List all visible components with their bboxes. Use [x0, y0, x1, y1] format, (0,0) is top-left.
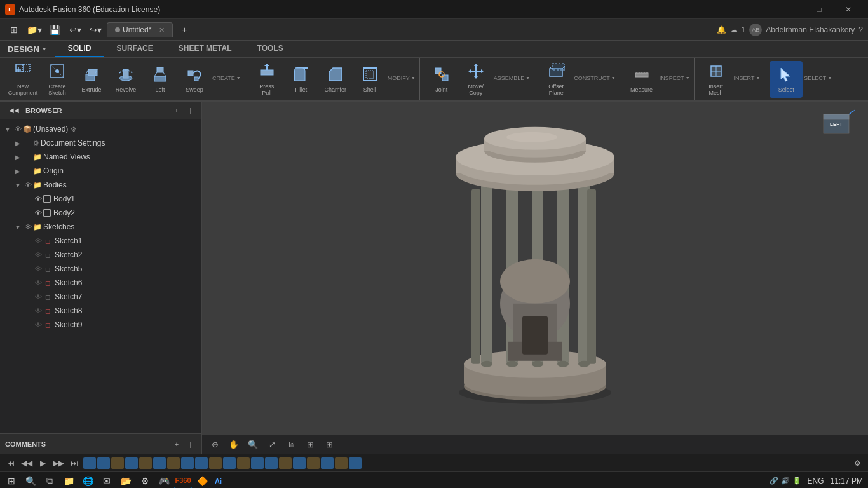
timeline-marker-7[interactable]: [167, 458, 180, 469]
measure-button[interactable]: Measure: [625, 61, 658, 98]
browser-collapse-button[interactable]: ◀◀: [5, 102, 23, 119]
timeline-marker-9[interactable]: [195, 458, 208, 469]
root-settings-icon[interactable]: ⚙: [71, 126, 76, 133]
tree-body1-item[interactable]: 👁 Body1: [0, 192, 201, 206]
comments-add-button[interactable]: +: [171, 438, 182, 450]
browser-pin-button[interactable]: |: [185, 105, 196, 116]
zoom-fit-button[interactable]: ⤢: [264, 437, 280, 452]
sweep-button[interactable]: Sweep: [178, 61, 211, 98]
construct-group-dropdown[interactable]: CONSTRUCT ▼: [574, 75, 615, 81]
timeline-marker-17[interactable]: [307, 458, 320, 469]
apps-grid-button[interactable]: ⊞: [5, 21, 23, 39]
tab-sheet-metal[interactable]: SHEET METAL: [166, 41, 245, 57]
insert-group-dropdown[interactable]: INSERT ▼: [734, 75, 761, 81]
move-copy-button[interactable]: Move/Copy: [459, 61, 492, 98]
timeline-marker-1[interactable]: [83, 458, 96, 469]
timeline-end-button[interactable]: ⏭: [67, 456, 81, 470]
taskbar-app-2[interactable]: 🌐: [79, 473, 97, 489]
orbit-button[interactable]: ⊕: [207, 437, 222, 452]
sketch2-visibility-eye[interactable]: 👁: [33, 250, 43, 260]
taskbar-fusion360[interactable]: F360: [174, 473, 192, 489]
model-area[interactable]: [202, 102, 868, 454]
modify-group-dropdown[interactable]: MODIFY ▼: [388, 75, 416, 81]
sketch6-visibility-eye[interactable]: 👁: [33, 278, 43, 288]
revolve-button[interactable]: Revolve: [109, 61, 142, 98]
root-visibility-eye[interactable]: 👁: [13, 124, 23, 134]
timeline-marker-18[interactable]: [321, 458, 334, 469]
doc-settings-toggle[interactable]: ▶: [13, 138, 23, 148]
create-sketch-button[interactable]: CreateSketch: [41, 61, 74, 98]
sketch7-visibility-eye[interactable]: 👁: [33, 292, 43, 302]
taskbar-app-7[interactable]: 🔶: [193, 473, 211, 489]
timeline-settings-button[interactable]: ⚙: [850, 456, 864, 470]
help-icon[interactable]: ?: [858, 25, 863, 34]
minimize-button[interactable]: —: [775, 0, 804, 19]
timeline-marker-12[interactable]: [237, 458, 250, 469]
timeline-play-button[interactable]: ▶: [36, 456, 50, 470]
3d-viewport[interactable]: LEFT Z: [202, 102, 868, 454]
sketches-visibility-eye[interactable]: 👁: [23, 222, 33, 232]
tree-sketch6-item[interactable]: 👁 ◻ Sketch6: [0, 276, 201, 290]
select-button[interactable]: Select: [770, 61, 803, 98]
tab-surface[interactable]: SURFACE: [104, 41, 165, 57]
press-pull-button[interactable]: PressPull: [250, 61, 283, 98]
joint-button[interactable]: Joint: [425, 61, 458, 98]
select-group-dropdown[interactable]: SELECT ▼: [804, 75, 832, 81]
assemble-group-dropdown[interactable]: ASSEMBLE ▼: [494, 75, 530, 81]
timeline-rewind-button[interactable]: ⏮: [4, 456, 18, 470]
chamfer-button[interactable]: Chamfer: [319, 61, 352, 98]
insert-mesh-button[interactable]: InsertMesh: [700, 61, 733, 98]
search-taskbar-button[interactable]: 🔍: [22, 473, 39, 489]
timeline-marker-20[interactable]: [349, 458, 362, 469]
timeline-marker-14[interactable]: [265, 458, 278, 469]
grid-snap-button[interactable]: ⊞: [322, 437, 337, 452]
fillet-button[interactable]: Fillet: [285, 61, 318, 98]
timeline-prev-button[interactable]: ◀◀: [20, 456, 34, 470]
timeline-marker-4[interactable]: [125, 458, 138, 469]
close-button[interactable]: ✕: [834, 0, 863, 19]
timeline-marker-11[interactable]: [223, 458, 236, 469]
timeline-marker-5[interactable]: [139, 458, 152, 469]
timeline-marker-2[interactable]: [97, 458, 110, 469]
browser-add-button[interactable]: +: [171, 105, 182, 116]
file-menu-button[interactable]: 📁▾: [25, 21, 43, 39]
timeline-marker-19[interactable]: [335, 458, 348, 469]
new-component-button[interactable]: NewComponent: [6, 61, 39, 98]
tree-sketch9-item[interactable]: 👁 ◻ Sketch9: [0, 318, 201, 332]
timeline-marker-13[interactable]: [251, 458, 264, 469]
timeline-next-button[interactable]: ▶▶: [51, 456, 65, 470]
offset-plane-button[interactable]: OffsetPlane: [539, 61, 573, 98]
tree-sketch8-item[interactable]: 👁 ◻ Sketch8: [0, 304, 201, 318]
help-button[interactable]: 🔔: [717, 25, 726, 34]
windows-start-button[interactable]: ⊞: [3, 473, 20, 489]
tab-close-button[interactable]: ✕: [159, 26, 165, 34]
tab-tools[interactable]: TOOLS: [245, 41, 296, 57]
extrude-button[interactable]: Extrude: [75, 61, 108, 98]
bodies-toggle[interactable]: ▼: [13, 180, 23, 190]
sketches-toggle[interactable]: ▼: [13, 222, 23, 232]
tree-named-views-item[interactable]: ▶ 📁 Named Views: [0, 150, 201, 164]
timeline-marker-8[interactable]: [181, 458, 194, 469]
tree-bodies-item[interactable]: ▼ 👁 📁 Bodies: [0, 178, 201, 192]
zoom-button[interactable]: 🔍: [245, 437, 261, 452]
timeline-marker-10[interactable]: [209, 458, 222, 469]
maximize-button[interactable]: □: [804, 0, 834, 19]
pan-button[interactable]: ✋: [226, 437, 241, 452]
tree-origin-item[interactable]: ▶ 📁 Origin: [0, 164, 201, 178]
timeline-marker-3[interactable]: [111, 458, 124, 469]
document-tab[interactable]: Untitled* ✕: [107, 22, 173, 37]
grid-display-button[interactable]: ⊞: [302, 437, 318, 452]
taskbar-app-5[interactable]: ⚙: [136, 473, 154, 489]
named-views-toggle[interactable]: ▶: [13, 152, 23, 162]
taskbar-app-6[interactable]: 🎮: [155, 473, 173, 489]
tree-root-item[interactable]: ▼ 👁 📦 (Unsaved) ⚙: [0, 122, 201, 136]
comments-pin-button[interactable]: |: [185, 438, 196, 450]
tree-body2-item[interactable]: 👁 Body2: [0, 206, 201, 220]
redo-button[interactable]: ↪▾: [86, 21, 104, 39]
language-indicator[interactable]: ENG: [804, 477, 828, 485]
task-view-button[interactable]: ⧉: [41, 473, 58, 489]
root-toggle[interactable]: ▼: [3, 124, 13, 134]
shell-button[interactable]: Shell: [353, 61, 386, 98]
timeline-marker-6[interactable]: [153, 458, 166, 469]
tree-sketch5-item[interactable]: 👁 ◻ Sketch5: [0, 262, 201, 276]
